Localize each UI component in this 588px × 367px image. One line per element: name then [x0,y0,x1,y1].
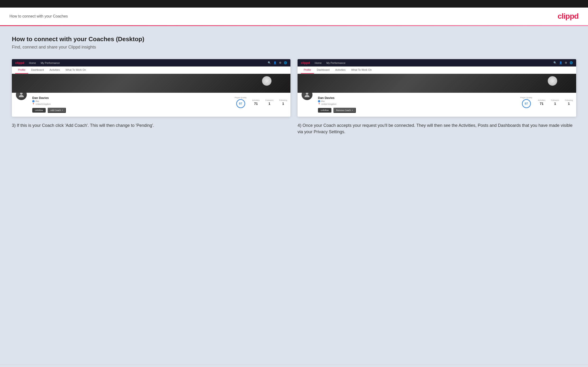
location-right: 📍 United Kingdom [318,103,516,105]
mock-browser-left: clippd Home My Performance 🔍 👤 ⚙ 🌐 Profi… [12,59,290,117]
unfollow-button-right[interactable]: Unfollow [318,108,331,113]
screenshots-row: clippd Home My Performance 🔍 👤 ⚙ 🌐 Profi… [12,59,576,135]
tab-what-to-work-left[interactable]: What To Work On [62,67,89,74]
globe-icon-left[interactable]: 🌐 [284,61,287,64]
mock-profile-right: Dan Davies Pro 📍 United Kingdom Unfollow [298,93,576,117]
user-icon-left[interactable]: 👤 [273,61,277,64]
settings-icon-left[interactable]: ⚙ [279,61,281,64]
mock-nav-performance-right[interactable]: My Performance [327,61,346,64]
page-header: How to connect with your Coaches clippd [0,8,588,25]
mock-nav-right-icons: 🔍 👤 ⚙ 🌐 [553,61,573,64]
clippd-logo: clippd [558,12,579,21]
location-left: 📍 United Kingdom [32,103,230,105]
add-coach-button-left[interactable]: Add Coach + [48,108,66,113]
top-bar [0,0,588,8]
profile-info-left: Dan Davies Pro 📍 United Kingdom Unfollow [32,95,230,113]
tab-dashboard-left[interactable]: Dashboard [28,67,47,74]
unfollow-button-left[interactable]: Unfollow [32,108,46,113]
stat-followers-right: Followers 1 [551,99,559,106]
location-pin-icon-right: 📍 [318,103,320,105]
page-subheading: Find, connect and share your Clippd insi… [12,45,576,50]
header-title: How to connect with your Coaches [9,14,68,18]
stat-player-quality-left: Player Quality 97 [235,97,247,108]
page-heading: How to connect with your Coaches (Deskto… [12,35,576,43]
mock-nav-right-left: 🔍 👤 ⚙ 🌐 [268,61,287,64]
mock-nav-right: clippd Home My Performance 🔍 👤 ⚙ 🌐 [298,59,576,67]
pro-icon-right [318,100,320,102]
tab-dashboard-right[interactable]: Dashboard [314,67,332,74]
globe-icon-right[interactable]: 🌐 [570,61,573,64]
mock-tabs-right: Profile Dashboard Activities What To Wor… [298,67,576,74]
caption-right: 4) Once your Coach accepts your request … [298,122,576,135]
tab-what-to-work-right[interactable]: What To Work On [348,67,374,74]
mock-buttons-left: Unfollow Add Coach + [32,108,230,113]
mock-profile-left: Dan Davies Pro 📍 United Kingdom Unfollow [12,93,290,117]
right-column: clippd Home My Performance 🔍 👤 ⚙ 🌐 Profi… [298,59,576,135]
main-content: How to connect with your Coaches (Deskto… [0,26,588,365]
tab-activities-right[interactable]: Activities [332,67,348,74]
stat-player-quality-right: Player Quality 97 [520,97,532,108]
tab-profile-right[interactable]: Profile [301,67,314,74]
mock-stats-right: Player Quality 97 Activities 71 Follower… [520,95,573,108]
search-icon-right[interactable]: 🔍 [553,61,557,64]
mock-tabs-left: Profile Dashboard Activities What To Wor… [12,67,290,74]
mock-nav-performance-left[interactable]: My Performance [41,61,60,64]
pro-badge-right: Pro [318,100,516,102]
mock-nav-left: clippd Home My Performance 🔍 👤 ⚙ 🌐 [12,59,290,67]
profile-name-right: Dan Davies [318,96,516,100]
profile-name-left: Dan Davies [32,96,230,100]
remove-coach-button-right[interactable]: Remove Coach × [333,108,356,113]
stat-followers-left: Followers 1 [265,99,273,106]
mock-banner-left [12,74,290,93]
mock-browser-right: clippd Home My Performance 🔍 👤 ⚙ 🌐 Profi… [298,59,576,117]
quality-circle-left: 97 [236,99,245,108]
pro-icon-left [32,100,35,102]
mock-logo-left: clippd [15,61,24,65]
user-icon-right[interactable]: 👤 [559,61,562,64]
tab-activities-left[interactable]: Activities [47,67,62,74]
stat-following-left: Following 1 [279,99,287,106]
mock-nav-home-right[interactable]: Home [315,61,321,64]
plus-icon-left: + [62,109,63,111]
quality-circle-right: 97 [522,99,531,108]
pro-badge-left: Pro [32,100,230,102]
profile-info-right: Dan Davies Pro 📍 United Kingdom Unfollow [318,95,516,113]
mock-banner-right [298,74,576,93]
stat-activities-right: Activities 71 [538,99,545,106]
search-icon-left[interactable]: 🔍 [268,61,271,64]
mock-logo-right: clippd [301,61,310,65]
left-column: clippd Home My Performance 🔍 👤 ⚙ 🌐 Profi… [12,59,290,135]
settings-icon-right[interactable]: ⚙ [565,61,567,64]
stat-activities-left: Activities 71 [252,99,260,106]
caption-left: 3) If this is your Coach click 'Add Coac… [12,122,290,129]
tab-profile-left[interactable]: Profile [15,67,28,74]
page-footer: Copyright Clippd 2022 [0,365,588,367]
mock-buttons-right: Unfollow Remove Coach × [318,108,516,113]
stat-following-right: Following 1 [565,99,573,106]
mock-nav-home-left[interactable]: Home [29,61,36,64]
mock-stats-left: Player Quality 97 Activities 71 Follower… [235,95,287,108]
location-pin-icon-left: 📍 [32,103,35,105]
close-icon-right: × [352,109,353,111]
